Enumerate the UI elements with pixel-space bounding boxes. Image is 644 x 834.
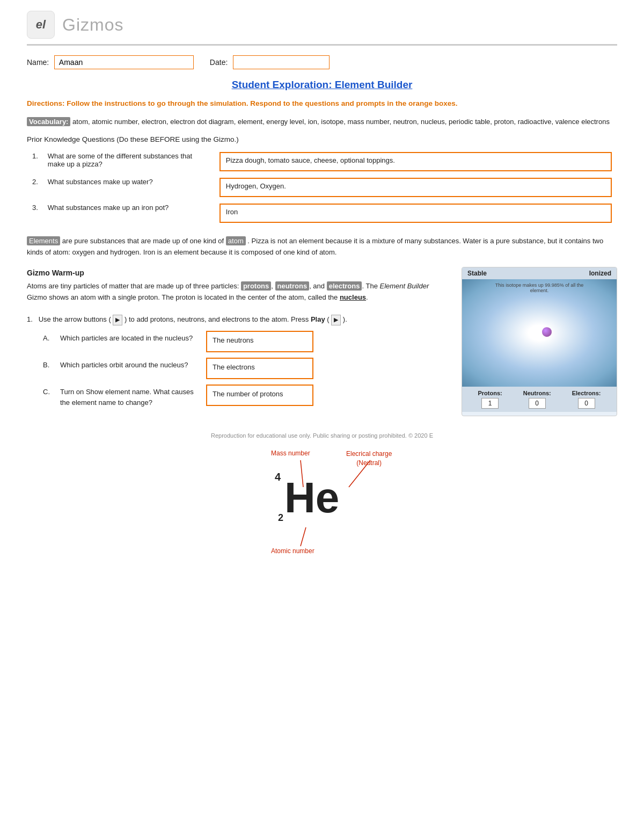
element-builder-italic: Element Builder [379,282,429,290]
q-answer-1: Pizza dough, tomato sauce, cheese, optio… [214,149,617,175]
q-num-1: 1. [27,149,42,175]
protons-control: Protons: 1 [478,390,502,409]
svg-line-2 [301,527,306,546]
sub-answer-C: The number of protons [206,385,313,406]
gizmo-warmup-text: Gizmo Warm-up Atoms are tiny particles o… [27,267,451,417]
gizmo-header: Stable Ionized [462,267,617,279]
elements-paragraph: Elements are pure substances that are ma… [27,236,617,258]
table-row: 1. What are some of the different substa… [27,149,617,175]
gizmo-warmup-section: Gizmo Warm-up Atoms are tiny particles o… [27,267,617,417]
q-answer-3: Iron [214,200,617,226]
name-field-group: Name: [27,55,194,69]
vocabulary-label: Vocabulary: [27,117,70,126]
electrons-label: Electrons: [572,390,601,396]
protons-label: Protons: [478,390,502,396]
electrons-control: Electrons: 0 [572,390,601,409]
logo-box: el [27,11,55,39]
he-diagram-container: Mass number Elecrical charge (Neutral) 4… [188,444,456,562]
prior-knowledge-table: 1. What are some of the different substa… [27,149,617,226]
sub-q-C-text: Turn on Show element name. What causes t… [60,385,200,408]
sub-q-C-label: C. [43,385,54,398]
name-label: Name: [27,58,49,67]
gizmo-body: This isotope makes up 99.985% of all the… [462,279,617,387]
sub-answer-A: The neutrons [206,331,313,352]
q-text-3: What substances make up an iron pot? [42,200,214,226]
page-title: Student Exploration: Element Builder [27,79,617,91]
play-button-icon: ▶ [331,315,341,325]
sub-q-A-text: Which particles are located in the nucle… [60,331,200,344]
bottom-section: Reproduction for educational use only. P… [27,432,617,562]
atomic-number-annotation: Atomic number [271,547,314,555]
sub-q-B-label: B. [43,358,54,371]
table-row: 3. What substances make up an iron pot? … [27,200,617,226]
sub-q-C-row: C. Turn on Show element name. What cause… [43,385,451,408]
mass-number-value: 4 [275,471,281,483]
q-text-1: What are some of the different substance… [42,149,214,175]
prior-knowledge-heading: Prior Knowledge Questions (Do these BEFO… [27,135,617,143]
date-field-group: Date: [210,55,330,69]
atomic-number-value: 2 [278,512,283,524]
q-num-2: 2. [27,175,42,200]
electrons-highlight: electrons [327,281,362,291]
neutrons-highlight: neutrons [275,281,310,291]
name-date-row: Name: Date: [27,55,617,69]
sub-q-B-row: B. Which particles orbit around the nucl… [43,358,451,379]
answer-box-3: Iron [219,204,612,223]
gizmo-warmup-intro: Atoms are tiny particles of matter that … [27,281,451,303]
sub-q-A-label: A. [43,331,54,344]
element-symbol: He [284,474,339,521]
protons-value: 1 [481,398,499,409]
neutrons-label: Neutrons: [523,390,551,396]
stable-label: Stable [467,270,487,277]
ionized-label: Ionized [589,270,611,277]
name-input[interactable] [54,55,194,69]
atom-nucleus [542,327,552,337]
q1-intro: 1. Use the arrow buttons ( ▶ ) to add pr… [27,314,451,325]
vocabulary-terms: atom, atomic number, electron, electron … [72,118,610,126]
sub-questions: A. Which particles are located in the nu… [43,331,451,408]
arrow-button-icon: ▶ [113,315,122,325]
protons-highlight: protons [241,281,271,291]
table-row: 2. What substances make up water? Hydrog… [27,175,617,200]
sub-q-A-row: A. Which particles are located in the nu… [43,331,451,352]
play-label: Play [311,315,325,323]
answer-box-1: Pizza dough, tomato sauce, cheese, optio… [219,152,612,171]
question-1-section: 1. Use the arrow buttons ( ▶ ) to add pr… [27,314,451,408]
q-answer-2: Hydrogen, Oxygen. [214,175,617,200]
logo-icon: el [36,18,46,32]
mass-number-annotation: Mass number [271,449,310,457]
gizmo-simulation-image: Stable Ionized This isotope makes up 99.… [462,267,617,417]
date-input[interactable] [233,55,330,69]
gizmo-warmup-heading: Gizmo Warm-up [27,267,451,279]
elements-highlight: Elements [27,236,60,245]
atom-highlight: atom [226,236,246,245]
app-name: Gizmos [62,15,123,35]
date-label: Date: [210,58,228,67]
page-header: el Gizmos [27,11,617,46]
sub-q-B-text: Which particles orbit around the nucleus… [60,358,200,371]
q-num-3: 3. [27,200,42,226]
neutrons-control: Neutrons: 0 [523,390,551,409]
q-text-2: What substances make up water? [42,175,214,200]
vocabulary-section: Vocabulary: atom, atomic number, electro… [27,117,617,128]
gizmo-status-text: This isotope makes up 99.985% of all the… [486,282,593,293]
neutrons-value: 0 [529,398,546,409]
electrical-charge-annotation: Elecrical charge (Neutral) [346,449,392,468]
answer-box-2: Hydrogen, Oxygen. [219,178,612,197]
nucleus-word: nucleus [340,293,366,301]
gizmo-footer: Protons: 1 Neutrons: 0 Electrons: 0 [462,387,617,412]
directions-text: Directions: Follow the instructions to g… [27,98,617,109]
elements-part1: are pure substances that are made up of … [62,237,226,245]
footer-text: Reproduction for educational use only. P… [211,432,433,439]
element-symbol-group: 4 He 2 [284,476,339,519]
sub-answer-B: The electrons [206,358,313,379]
electrons-value: 0 [578,398,595,409]
